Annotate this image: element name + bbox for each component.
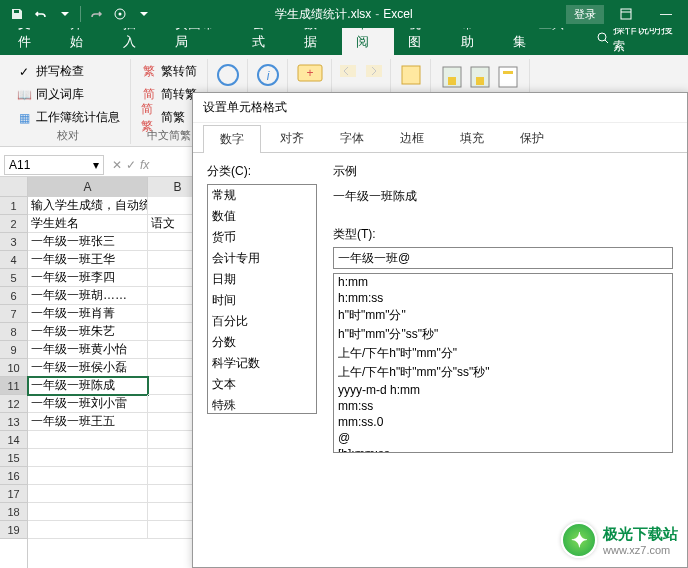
- trad-to-simp-button[interactable]: 繁繁转简: [137, 61, 201, 82]
- cell[interactable]: 一年级一班王华: [28, 251, 148, 269]
- category-item[interactable]: 科学记数: [208, 353, 316, 374]
- category-item[interactable]: 分数: [208, 332, 316, 353]
- dtab-border[interactable]: 边框: [383, 124, 441, 152]
- type-item[interactable]: h:mm: [334, 274, 672, 290]
- row-header[interactable]: 5: [0, 269, 27, 287]
- cell[interactable]: [28, 467, 148, 485]
- watermark-cn: 极光下载站: [603, 525, 678, 544]
- type-item[interactable]: yyyy-m-d h:mm: [334, 382, 672, 398]
- type-item[interactable]: mm:ss.0: [334, 414, 672, 430]
- dtab-align[interactable]: 对齐: [263, 124, 321, 152]
- redo-icon[interactable]: [85, 3, 107, 25]
- category-item[interactable]: 常规: [208, 185, 316, 206]
- row-header[interactable]: 19: [0, 521, 27, 539]
- accessibility-button[interactable]: [214, 59, 241, 91]
- watermark-text: 极光下载站 www.xz7.com: [603, 525, 678, 556]
- minimize-icon[interactable]: —: [648, 2, 684, 26]
- name-box[interactable]: A11 ▾: [4, 155, 104, 175]
- login-button[interactable]: 登录: [566, 5, 604, 24]
- row-header[interactable]: 14: [0, 431, 27, 449]
- category-item[interactable]: 百分比: [208, 311, 316, 332]
- type-input[interactable]: [333, 247, 673, 269]
- enter-icon[interactable]: ✓: [126, 158, 136, 172]
- cell[interactable]: 一年级一班侯小磊: [28, 359, 148, 377]
- sample-value: 一年级一班陈成: [333, 184, 673, 214]
- row-header[interactable]: 6: [0, 287, 27, 305]
- new-comment-button[interactable]: +: [294, 59, 325, 91]
- select-all-corner[interactable]: [0, 177, 28, 197]
- category-item[interactable]: 数值: [208, 206, 316, 227]
- row-header[interactable]: 11: [0, 377, 27, 395]
- chevron-down-icon[interactable]: ▾: [93, 158, 99, 172]
- cell[interactable]: 一年级一班李四: [28, 269, 148, 287]
- dtab-protect[interactable]: 保护: [503, 124, 561, 152]
- row-header[interactable]: 17: [0, 485, 27, 503]
- row-header[interactable]: 9: [0, 341, 27, 359]
- cell[interactable]: 一年级一班黄小怡: [28, 341, 148, 359]
- touch-mode-icon[interactable]: [109, 3, 131, 25]
- row-header[interactable]: 3: [0, 233, 27, 251]
- qat-more-icon[interactable]: [133, 3, 155, 25]
- row-header[interactable]: 10: [0, 359, 27, 377]
- cell[interactable]: [28, 485, 148, 503]
- protect-workbook-button[interactable]: [469, 63, 491, 94]
- spell-check-button[interactable]: ✓拼写检查: [12, 61, 124, 82]
- row-header[interactable]: 1: [0, 197, 27, 215]
- category-item[interactable]: 时间: [208, 290, 316, 311]
- cell[interactable]: [28, 449, 148, 467]
- col-header-a[interactable]: A: [28, 177, 148, 197]
- smart-lookup-button[interactable]: i: [254, 59, 281, 91]
- dtab-number[interactable]: 数字: [203, 125, 261, 153]
- save-icon[interactable]: [6, 3, 28, 25]
- thesaurus-button[interactable]: 📖同义词库: [12, 84, 124, 105]
- row-header[interactable]: 7: [0, 305, 27, 323]
- category-list[interactable]: 常规数值货币会计专用日期时间百分比分数科学记数文本特殊自定义: [207, 184, 317, 414]
- category-item[interactable]: 会计专用: [208, 248, 316, 269]
- cell[interactable]: 一年级一班张三: [28, 233, 148, 251]
- type-item[interactable]: h"时"mm"分"ss"秒": [334, 325, 672, 344]
- row-header[interactable]: 13: [0, 413, 27, 431]
- cell[interactable]: [28, 503, 148, 521]
- cell[interactable]: 一年级一班肖菁: [28, 305, 148, 323]
- dtab-fill[interactable]: 填充: [443, 124, 501, 152]
- cell[interactable]: 一年级一班刘小雷: [28, 395, 148, 413]
- qat-dropdown-icon[interactable]: [54, 3, 76, 25]
- undo-icon[interactable]: [30, 3, 52, 25]
- allow-edit-button[interactable]: [497, 63, 519, 94]
- category-item[interactable]: 日期: [208, 269, 316, 290]
- row-header[interactable]: 18: [0, 503, 27, 521]
- cell[interactable]: [28, 431, 148, 449]
- notes-button[interactable]: [397, 59, 424, 91]
- workbook-stats-button[interactable]: ▦工作簿统计信息: [12, 107, 124, 128]
- type-item[interactable]: [h]:mm:ss: [334, 446, 672, 453]
- type-item[interactable]: h:mm:ss: [334, 290, 672, 306]
- ribbon-display-icon[interactable]: [608, 2, 644, 26]
- row-header[interactable]: 15: [0, 449, 27, 467]
- row-header[interactable]: 12: [0, 395, 27, 413]
- type-item[interactable]: 上午/下午h"时"mm"分": [334, 344, 672, 363]
- cell[interactable]: 一年级一班陈成: [28, 377, 148, 395]
- cell[interactable]: 一年级一班朱艺: [28, 323, 148, 341]
- type-item[interactable]: @: [334, 430, 672, 446]
- category-item[interactable]: 货币: [208, 227, 316, 248]
- protect-sheet-button[interactable]: [441, 63, 463, 94]
- cell[interactable]: 一年级一班胡……: [28, 287, 148, 305]
- row-header[interactable]: 2: [0, 215, 27, 233]
- type-item[interactable]: 上午/下午h"时"mm"分"ss"秒": [334, 363, 672, 382]
- cell[interactable]: 输入学生成绩，自动统: [28, 197, 148, 215]
- type-list[interactable]: h:mmh:mm:ssh"时"mm"分"h"时"mm"分"ss"秒"上午/下午h…: [333, 273, 673, 453]
- category-item[interactable]: 特殊: [208, 395, 316, 414]
- svg-rect-12: [340, 65, 356, 77]
- fx-icon[interactable]: fx: [140, 158, 149, 172]
- row-header[interactable]: 16: [0, 467, 27, 485]
- cell[interactable]: [28, 521, 148, 539]
- cell[interactable]: 一年级一班王五: [28, 413, 148, 431]
- type-item[interactable]: mm:ss: [334, 398, 672, 414]
- cell[interactable]: 学生姓名: [28, 215, 148, 233]
- dtab-font[interactable]: 字体: [323, 124, 381, 152]
- type-item[interactable]: h"时"mm"分": [334, 306, 672, 325]
- category-item[interactable]: 文本: [208, 374, 316, 395]
- row-header[interactable]: 4: [0, 251, 27, 269]
- cancel-icon[interactable]: ✕: [112, 158, 122, 172]
- row-header[interactable]: 8: [0, 323, 27, 341]
